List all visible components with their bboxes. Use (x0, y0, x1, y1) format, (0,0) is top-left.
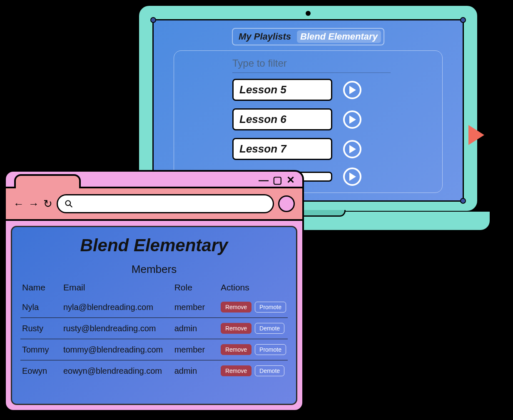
member-role: admin (173, 360, 219, 382)
remove-button[interactable]: Remove (221, 365, 252, 376)
promote-button[interactable]: Promote (255, 344, 286, 355)
page-content: Blend Elementary Members Name Email Role… (11, 226, 297, 405)
remove-button[interactable]: Remove (221, 344, 252, 355)
remove-button[interactable]: Remove (221, 323, 252, 334)
address-input[interactable] (78, 200, 266, 208)
svg-marker-2 (349, 145, 356, 153)
svg-marker-3 (349, 172, 356, 181)
member-role: admin (173, 318, 219, 339)
col-name: Name (20, 280, 62, 297)
table-row: Nylanyla@blendreading.commemberRemovePro… (20, 297, 288, 318)
browser-window: — ▢ ✕ ← → ↻ Blend Elementary Members Nam… (4, 170, 304, 412)
forward-icon[interactable]: → (28, 198, 39, 210)
member-name: Rusty (20, 318, 62, 339)
members-table: Name Email Role Actions Nylanyla@blendre… (20, 280, 288, 381)
remove-button[interactable]: Remove (221, 302, 252, 312)
screen-pin-icon (460, 17, 466, 23)
window-controls: — ▢ ✕ (259, 174, 295, 186)
screen-pin-icon (150, 17, 156, 23)
go-button[interactable] (278, 195, 295, 212)
col-actions: Actions (219, 280, 288, 297)
filter-row (232, 57, 391, 73)
playlist-tabs: My Playlists Blend Elementary (232, 28, 384, 45)
svg-marker-1 (349, 115, 356, 124)
play-icon[interactable] (343, 140, 361, 158)
member-email: nyla@blendreading.com (62, 297, 173, 318)
member-actions: RemoveDemote (219, 318, 288, 339)
cursor-arrow-icon (468, 125, 484, 145)
promote-button[interactable]: Promote (255, 302, 286, 312)
filter-input[interactable] (232, 58, 391, 69)
camera-dot (306, 11, 311, 16)
minimize-icon[interactable]: — (259, 174, 269, 186)
browser-tabbar: — ▢ ✕ (6, 172, 302, 187)
member-actions: RemovePromote (219, 339, 288, 360)
maximize-icon[interactable]: ▢ (273, 174, 282, 186)
table-row: Eowyneowyn@blendreading.comadminRemoveDe… (20, 360, 288, 382)
member-email: rusty@blendreading.com (62, 318, 173, 339)
table-row: Rustyrusty@blendreading.comadminRemoveDe… (20, 318, 288, 339)
demote-button[interactable]: Demote (255, 365, 284, 376)
member-role: member (173, 297, 219, 318)
search-icon (65, 200, 73, 208)
section-title: Members (20, 263, 288, 276)
lesson-row: Lesson 5 (232, 79, 438, 101)
demote-button[interactable]: Demote (255, 323, 284, 334)
screen-pin-icon (460, 198, 466, 204)
browser-tab[interactable] (14, 174, 81, 188)
reload-icon[interactable]: ↻ (43, 198, 52, 210)
tab-blend-elementary[interactable]: Blend Elementary (297, 30, 381, 43)
member-actions: RemoveDemote (219, 360, 288, 382)
close-icon[interactable]: ✕ (286, 174, 295, 186)
member-name: Eowyn (20, 360, 62, 382)
svg-point-4 (66, 201, 71, 206)
svg-line-5 (70, 205, 72, 208)
member-name: Nyla (20, 297, 62, 318)
svg-marker-0 (349, 86, 356, 94)
play-icon[interactable] (343, 168, 361, 186)
lesson-row: Lesson 6 (232, 108, 438, 130)
lesson-row: Lesson 7 (232, 138, 438, 160)
lesson-chip[interactable]: Lesson 7 (232, 138, 332, 160)
page-title: Blend Elementary (20, 233, 288, 263)
address-bar (57, 194, 274, 213)
col-role: Role (173, 280, 219, 297)
col-email: Email (62, 280, 173, 297)
back-icon[interactable]: ← (13, 198, 24, 210)
play-icon[interactable] (343, 110, 361, 129)
member-email: eowyn@blendreading.com (62, 360, 173, 382)
browser-toolbar: ← → ↻ (6, 187, 302, 221)
member-role: member (173, 339, 219, 360)
tab-my-playlists[interactable]: My Playlists (235, 30, 294, 43)
lesson-chip[interactable]: Lesson 6 (232, 108, 332, 130)
lesson-chip[interactable]: Lesson 5 (232, 79, 332, 101)
member-actions: RemovePromote (219, 297, 288, 318)
play-icon[interactable] (343, 81, 361, 99)
table-row: Tommytommy@blendreading.commemberRemoveP… (20, 339, 288, 360)
member-name: Tommy (20, 339, 62, 360)
member-email: tommy@blendreading.com (62, 339, 173, 360)
